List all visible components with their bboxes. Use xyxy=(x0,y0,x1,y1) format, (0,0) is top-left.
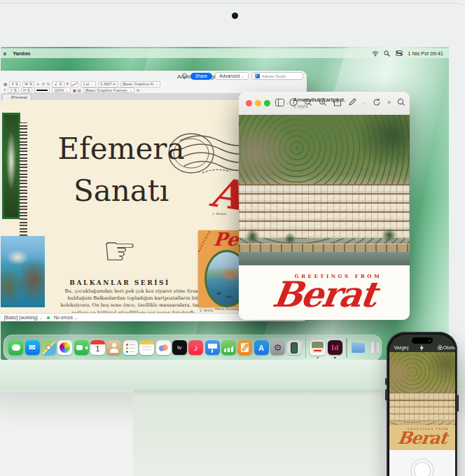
dock-downloads-folder[interactable] xyxy=(351,340,366,355)
dock-separator xyxy=(346,338,347,358)
zoom-in-icon[interactable] xyxy=(319,98,327,106)
zoom-field[interactable]: 100% ⌄ xyxy=(52,88,71,94)
dock-freeform-icon[interactable] xyxy=(156,340,171,355)
minimize-button[interactable] xyxy=(255,100,261,106)
object-style-dropdown[interactable]: [Basic Graphics Fr ⌄ xyxy=(120,81,161,88)
pointing-hand-illustration: ☞ xyxy=(85,230,155,272)
zoom-out-icon[interactable] xyxy=(304,98,312,106)
berat-photo xyxy=(239,115,410,265)
stroke-weight-field[interactable]: 1 pt ⌄ xyxy=(81,81,96,88)
dock-maps-icon[interactable] xyxy=(41,340,56,355)
advanced-dropdown[interactable]: Advanced ⌄ xyxy=(215,72,249,80)
info-icon[interactable] xyxy=(289,98,298,106)
iphone-camera-view: GREETINGS FROM Berat xyxy=(389,352,455,450)
preflight-profile[interactable]: [Basic] (working) ⌄ xyxy=(4,315,43,320)
rotate-ccw-icon[interactable]: ↺ xyxy=(41,82,45,87)
dock-messages-icon[interactable] xyxy=(8,340,23,355)
sidebar-toggle[interactable]: ⌄ xyxy=(275,99,289,106)
y-field[interactable]: Y ⇅ xyxy=(8,88,19,94)
cancel-button[interactable]: Vazgeç xyxy=(394,345,409,350)
menu-clock[interactable]: 1 Nis Pzt 09:41 xyxy=(408,50,443,57)
running-indicator xyxy=(334,357,336,359)
preflight-ok-dot xyxy=(47,316,50,319)
flip-icons[interactable]: ▣ ▤ xyxy=(73,88,81,93)
dock-photos-icon[interactable] xyxy=(57,340,72,355)
link-icon[interactable]: ∞ xyxy=(36,82,39,87)
berat-river xyxy=(239,252,410,265)
dock-numbers-icon[interactable] xyxy=(221,340,236,355)
more-toolbar-icon[interactable]: » xyxy=(387,98,391,106)
dock-calendar-icon[interactable]: 1 xyxy=(90,340,105,355)
adobe-stock-search[interactable]: Adobe Stock xyxy=(251,72,303,80)
dock-trash-icon[interactable] xyxy=(367,340,382,355)
effects-icon[interactable]: fx xyxy=(137,88,139,93)
share-icon[interactable] xyxy=(333,98,342,106)
dock-indesign-icon[interactable]: Id xyxy=(328,340,342,355)
menu-item-help[interactable]: Yardım xyxy=(13,50,30,57)
learn-bulb-icon[interactable] xyxy=(181,73,188,80)
filters-icon[interactable] xyxy=(437,344,443,351)
document-body-text: Bu, çocukluğumdan beri pek çok kez ziyar… xyxy=(57,288,209,314)
wifi-icon[interactable] xyxy=(372,50,379,57)
dock-mail-icon[interactable]: ✉ xyxy=(25,340,40,355)
dock-minimized-preview-window[interactable] xyxy=(310,340,326,356)
reference-point-icon[interactable]: ▦ xyxy=(4,82,7,87)
iphone-camera-bottombar xyxy=(389,450,455,476)
shutter-button[interactable] xyxy=(410,458,434,476)
measure-field[interactable]: 0,3667 in xyxy=(98,81,118,88)
iphone-camera-topbar: Vazgeç Otomatik xyxy=(389,335,455,352)
waterfall-photo xyxy=(2,113,20,219)
markup-pencil-icon[interactable] xyxy=(348,98,356,106)
coastal-photo xyxy=(1,236,45,307)
power-button[interactable] xyxy=(457,395,459,412)
dock-reminders-icon[interactable] xyxy=(123,340,138,355)
preflight-status[interactable]: No errors ⌄ xyxy=(54,315,78,320)
dock-notes-icon[interactable] xyxy=(139,340,154,355)
dock-iphone-mirroring-icon[interactable] xyxy=(287,340,302,355)
close-button[interactable] xyxy=(246,100,252,106)
running-indicator xyxy=(317,357,319,359)
flash-icon[interactable] xyxy=(419,344,424,351)
iphone-screen: GREETINGS FROM Berat Vazgeç Otomatik xyxy=(389,335,455,476)
iphone: GREETINGS FROM Berat Vazgeç Otomatik xyxy=(387,332,457,476)
search-icon[interactable] xyxy=(384,50,391,57)
dock-facetime-icon[interactable] xyxy=(74,340,89,355)
angle-field[interactable]: ∠ ⇅ xyxy=(52,81,64,88)
dock-settings-icon[interactable]: ⚙ xyxy=(270,340,285,355)
auto-mode-label[interactable]: Otomatik xyxy=(443,345,455,350)
share-button[interactable]: Share xyxy=(190,73,212,80)
stroke-type-preview[interactable] xyxy=(34,88,50,94)
paragraph-icon[interactable]: P xyxy=(67,82,69,87)
volume-down-button[interactable] xyxy=(385,389,387,400)
menu-item-partial[interactable]: e xyxy=(4,50,6,57)
dock-pages-icon[interactable] xyxy=(237,340,252,355)
h-field[interactable]: H ⇅ xyxy=(21,88,32,94)
fullscreen-button[interactable] xyxy=(264,100,270,106)
stroke-color-swatch[interactable] xyxy=(71,81,78,88)
markup-chevron-icon[interactable]: ⌄ xyxy=(363,100,366,105)
dock-contacts-icon[interactable] xyxy=(106,340,121,355)
berat-bridge xyxy=(239,244,410,252)
indesign-titlebar[interactable]: Adobe InDesign 2024 Share Advanced ⌄ Ado… xyxy=(1,71,307,82)
x-field[interactable]: X ⇅ xyxy=(9,81,20,88)
preview-window: ⌄ Arnavutluk Kartpost… 1 sayfa xyxy=(239,92,410,320)
dock-keynote-icon[interactable] xyxy=(205,340,220,355)
volume-up-button[interactable] xyxy=(385,378,387,385)
search-toolbar-icon[interactable] xyxy=(397,98,405,106)
rotate-icon[interactable] xyxy=(373,98,381,106)
dock-appstore-icon[interactable]: A xyxy=(254,340,269,355)
postcard-band: GREETINGS FROM Berat xyxy=(239,265,410,320)
dock-tv-icon[interactable]: tv xyxy=(172,340,187,355)
menu-bar: e Yardım 1 Nis Pzt 09:41 xyxy=(1,48,449,58)
series-heading: BALKANLAR SERİSİ xyxy=(43,279,197,286)
scene: e Yardım 1 Nis Pzt 09:41 xyxy=(0,0,465,476)
preview-toolbar[interactable]: ⌄ Arnavutluk Kartpost… 1 sayfa xyxy=(239,92,410,115)
text-tool-icon[interactable]: T xyxy=(4,88,6,93)
rotate-cw-icon[interactable]: ↻ xyxy=(47,82,50,87)
dock-music-icon[interactable]: ♪ xyxy=(188,340,203,355)
dock-separator xyxy=(305,338,307,358)
w-field[interactable]: W ⇅ xyxy=(22,81,34,88)
control-row-1: ▦ X ⇅ W ⇅ ∞ ↺ ↻ ∠ ⇅ P 1 pt ⌄ 0,3667 in [… xyxy=(1,81,307,88)
control-center-icon[interactable] xyxy=(396,50,403,57)
paragraph-style-dropdown[interactable]: [Basic Graphics Frame]+ ⌄ xyxy=(83,88,134,94)
